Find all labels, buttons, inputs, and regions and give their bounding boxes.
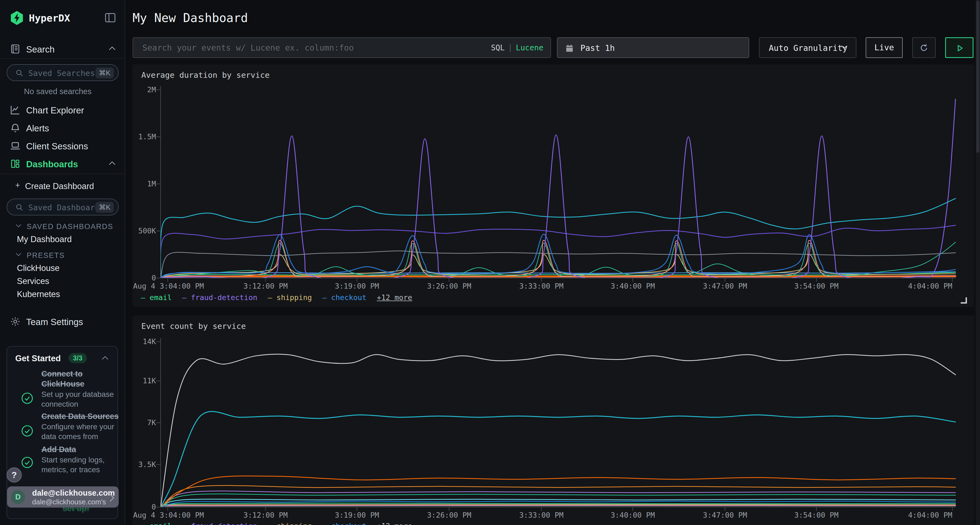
sidebar-item-alerts[interactable]: Alerts bbox=[0, 120, 125, 135]
question-mark-icon: ? bbox=[11, 470, 17, 480]
legend-item-checkout: — checkout bbox=[322, 293, 367, 302]
saved-searches-input[interactable]: Saved Searches ⌘K bbox=[6, 64, 119, 81]
sql-toggle[interactable]: SQL bbox=[491, 43, 505, 52]
x-tick-label: Aug 4 3:04:00 PM bbox=[133, 282, 204, 290]
chevron-down-icon bbox=[841, 45, 848, 51]
no-saved-searches-text: No saved searches bbox=[24, 87, 91, 96]
section-label: SAVED DASHBOARDS bbox=[27, 222, 113, 231]
x-tick-label: 3:40:00 PM bbox=[595, 282, 671, 290]
time-range-value: Past 1h bbox=[581, 43, 615, 53]
get-started-title: Get Started bbox=[15, 354, 61, 363]
get-started-header[interactable]: Get Started 3/3 bbox=[15, 354, 111, 365]
granularity-select[interactable]: Auto Granularity bbox=[759, 37, 856, 58]
chevron-up-icon[interactable] bbox=[108, 160, 116, 167]
series-fraud-detection bbox=[161, 99, 956, 281]
series-white bbox=[161, 354, 956, 507]
sidebar-item-kubernetes[interactable]: Kubernetes bbox=[17, 289, 60, 299]
search-icon bbox=[15, 69, 24, 77]
sidebar-item-search[interactable]: Search bbox=[0, 41, 125, 57]
get-started-item-desc: Configure where your data comes from bbox=[41, 422, 121, 441]
x-tick-label: 3:33:00 PM bbox=[503, 282, 579, 290]
hyperdx-app: HyperDX Search Saved Searches ⌘K No save… bbox=[0, 0, 980, 525]
y-tick-label: 1M bbox=[132, 179, 156, 188]
sidebar-item-label: Dashboards bbox=[26, 159, 78, 170]
sidebar-item-client-sessions[interactable]: Client Sessions bbox=[0, 138, 125, 154]
chart-legend: — email— fraud-detection— shipping— chec… bbox=[141, 293, 412, 302]
x-tick-label: 3:40:00 PM bbox=[595, 511, 671, 519]
logo-row: HyperDX bbox=[0, 10, 125, 27]
hyperdx-logo-icon bbox=[9, 10, 24, 25]
y-tick-label: 11K bbox=[132, 376, 156, 385]
series-cyan bbox=[161, 412, 956, 507]
sidebar-item-my-dashboard[interactable]: My Dashboard bbox=[17, 235, 72, 244]
legend-item-shipping: — shipping bbox=[267, 522, 312, 525]
get-started-item-title: Connect to ClickHouse bbox=[41, 369, 121, 389]
sidebar-item-services[interactable]: Services bbox=[17, 276, 49, 286]
y-tick-label: 7K bbox=[132, 419, 156, 427]
refresh-button[interactable] bbox=[912, 37, 935, 58]
divider bbox=[0, 174, 125, 174]
user-account-chip[interactable]: D dale@clickhouse.com dale@clickhouse.co… bbox=[7, 486, 119, 508]
check-circle-icon bbox=[21, 456, 34, 469]
query-language-toggle: SQL|Lucene bbox=[491, 43, 543, 52]
x-tick-label: 3:19:00 PM bbox=[319, 282, 395, 290]
chart-panel-event-count[interactable]: Event count by service 14K11K7K3.5K0 Aug… bbox=[132, 316, 974, 525]
chart-legend: — email— fraud-detection— shipping— chec… bbox=[141, 522, 412, 525]
help-button[interactable]: ? bbox=[6, 467, 22, 482]
create-dashboard-label: Create Dashboard bbox=[25, 181, 94, 191]
section-saved-dashboards[interactable]: SAVED DASHBOARDS bbox=[0, 221, 125, 233]
search-input[interactable] bbox=[133, 38, 550, 57]
panel-resize-handle[interactable] bbox=[961, 297, 967, 304]
x-tick-label: 3:19:00 PM bbox=[319, 511, 395, 519]
legend-more-link[interactable]: +12 more bbox=[377, 293, 412, 302]
user-team: dale@clickhouse.com's bbox=[32, 498, 106, 506]
chevron-up-icon[interactable] bbox=[108, 46, 116, 52]
get-started-item-title: Add Data bbox=[41, 444, 121, 455]
section-presets[interactable]: PRESETS bbox=[0, 250, 125, 262]
x-tick-label: 3:33:00 PM bbox=[503, 511, 579, 519]
x-tick-label: 3:12:00 PM bbox=[227, 511, 304, 519]
get-started-item-desc: Start sending logs, metrics, or traces bbox=[41, 455, 121, 475]
search-icon bbox=[15, 203, 24, 211]
sidebar-item-dashboards[interactable]: Dashboards bbox=[0, 156, 125, 171]
saved-searches-placeholder: Saved Searches bbox=[28, 68, 95, 78]
divider bbox=[0, 58, 125, 59]
y-tick-label: 2M bbox=[132, 86, 156, 94]
event-search-bar: SQL|Lucene bbox=[132, 37, 551, 58]
lucene-toggle[interactable]: Lucene bbox=[516, 43, 543, 52]
create-dashboard-button[interactable]: + Create Dashboard bbox=[0, 178, 125, 194]
x-tick-label: 4:04:00 PM bbox=[881, 511, 952, 519]
page-title: My New Dashboard bbox=[132, 11, 248, 25]
laptop-icon bbox=[10, 140, 21, 151]
run-query-button[interactable] bbox=[945, 37, 974, 58]
sidebar-item-chart-explorer[interactable]: Chart Explorer bbox=[0, 102, 125, 117]
sidebar-collapse-icon[interactable] bbox=[104, 11, 116, 24]
chart-line-icon bbox=[10, 105, 21, 115]
live-label: Live bbox=[874, 43, 894, 52]
main-content: My New Dashboard SQL|Lucene Past 1h Auto… bbox=[126, 0, 980, 525]
y-tick-label: 0 bbox=[132, 274, 156, 282]
sidebar-item-label: Alerts bbox=[26, 123, 49, 133]
page-scrollbar[interactable] bbox=[976, 0, 980, 525]
scrollbar-thumb[interactable] bbox=[976, 0, 980, 153]
legend-more-link[interactable]: +12 more bbox=[377, 522, 412, 525]
chevron-down-icon bbox=[15, 224, 22, 229]
live-button[interactable]: Live bbox=[865, 37, 903, 58]
y-tick-label: 14K bbox=[132, 337, 156, 346]
saved-dashboards-placeholder: Saved Dashboards bbox=[28, 203, 104, 212]
play-icon bbox=[956, 44, 964, 52]
legend-item-fraud-detection: — fraud-detection bbox=[182, 522, 257, 525]
sidebar: HyperDX Search Saved Searches ⌘K No save… bbox=[0, 0, 125, 525]
get-started-item-title: Create Data Sources bbox=[41, 411, 121, 421]
kbd-shortcut: ⌘K bbox=[95, 67, 114, 78]
time-range-picker[interactable]: Past 1h bbox=[557, 37, 749, 58]
user-email: dale@clickhouse.com bbox=[32, 489, 115, 498]
chevron-up-icon[interactable] bbox=[101, 355, 109, 361]
legend-item-email: — email bbox=[141, 293, 172, 302]
sidebar-item-team-settings[interactable]: Team Settings bbox=[0, 314, 125, 329]
section-label: PRESETS bbox=[27, 251, 65, 260]
chart-panel-avg-duration[interactable]: Average duration by service 2M1.5M1M500K… bbox=[132, 65, 974, 307]
sidebar-item-clickhouse[interactable]: ClickHouse bbox=[17, 263, 60, 273]
x-tick-label: Aug 4 3:04:00 PM bbox=[133, 511, 204, 519]
saved-dashboards-input[interactable]: Saved Dashboards ⌘K bbox=[6, 198, 119, 216]
